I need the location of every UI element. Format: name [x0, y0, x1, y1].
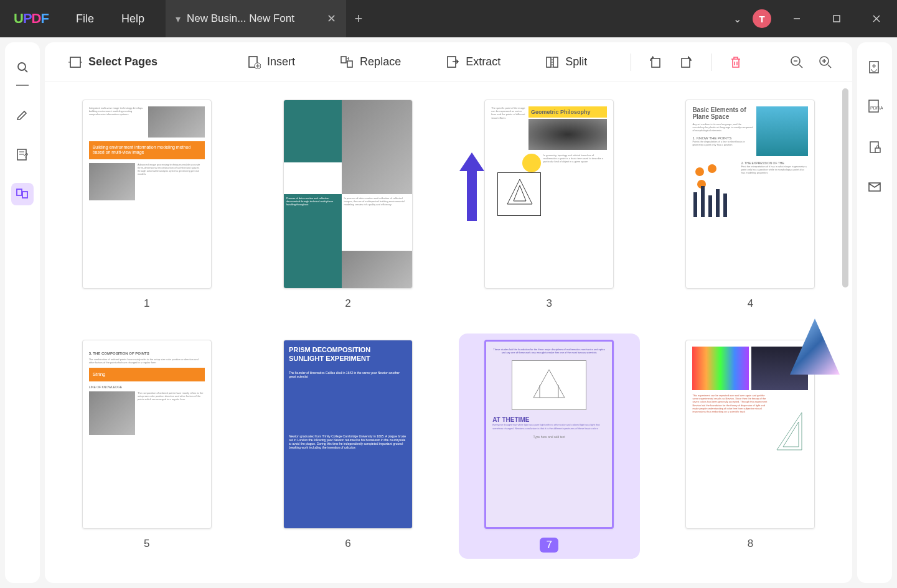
page-thumbnail[interactable]: The specific point of the image can be e… — [465, 100, 634, 310]
page-number: 3 — [546, 297, 552, 310]
tab-title: New Busin... New Font — [187, 12, 319, 25]
svg-marker-33 — [507, 179, 532, 204]
select-pages-button[interactable]: Select Pages — [60, 50, 166, 74]
svg-line-5 — [25, 70, 27, 72]
dropdown-icon[interactable]: ⌄ — [733, 13, 741, 25]
rotate-right-button[interactable] — [674, 50, 698, 75]
select-pages-label: Select Pages — [88, 55, 157, 68]
page-number: 2 — [345, 297, 350, 310]
right-sidebar: PDF/A — [857, 42, 892, 583]
svg-rect-25 — [682, 58, 690, 67]
menu-file[interactable]: File — [62, 0, 108, 37]
menu-help[interactable]: Help — [108, 0, 158, 37]
rotate-left-icon — [649, 55, 664, 70]
left-sidebar — [5, 42, 40, 583]
trash-icon — [729, 55, 743, 69]
replace-button[interactable]: Replace — [331, 50, 410, 74]
page-thumbnail-selected[interactable]: These studies laid the foundation for th… — [459, 334, 640, 559]
extract-label: Extract — [466, 55, 500, 68]
svg-marker-35 — [533, 370, 565, 398]
delete-button[interactable] — [724, 50, 748, 74]
user-avatar[interactable]: T — [753, 9, 771, 28]
new-tab-button[interactable]: + — [346, 11, 371, 27]
maximize-icon — [832, 14, 841, 23]
svg-rect-22 — [553, 57, 558, 67]
svg-rect-18 — [341, 57, 346, 63]
page-toolbar: Select Pages Insert Replace Extract — [45, 42, 852, 82]
zoom-in-icon — [819, 55, 832, 69]
page-number: 4 — [748, 297, 753, 310]
svg-rect-10 — [22, 192, 27, 198]
minimize-button[interactable] — [782, 7, 811, 30]
svg-rect-11 — [70, 57, 80, 67]
divider-icon — [16, 85, 29, 86]
page-thumbnail[interactable]: Basic Elements of Plane SpaceAny art med… — [666, 100, 835, 310]
pages-area: Integrated multi-view image technology d… — [45, 82, 852, 583]
insert-icon — [247, 55, 261, 69]
replace-icon — [340, 55, 354, 69]
svg-marker-38 — [777, 413, 802, 450]
search-icon[interactable] — [11, 56, 34, 78]
page-number: 8 — [748, 538, 753, 550]
zoom-in-button[interactable] — [814, 50, 837, 74]
split-label: Split — [565, 55, 587, 68]
replace-label: Replace — [360, 55, 401, 68]
page-thumbnail[interactable]: Integrated multi-view image technology d… — [62, 100, 231, 310]
svg-line-30 — [828, 65, 831, 68]
svg-point-4 — [18, 63, 26, 70]
pdfa-icon[interactable]: PDF/A — [863, 96, 886, 118]
svg-rect-44 — [875, 148, 880, 152]
svg-rect-1 — [834, 16, 840, 22]
page-thumbnail[interactable]: 3. THE COMPOSITION OF POINTS The combina… — [62, 340, 231, 553]
toolbar-divider — [631, 54, 631, 71]
page-thumbnail[interactable]: PRISM DECOMPOSITION SUNLIGHT EXPERIMENT … — [263, 340, 432, 553]
split-button[interactable]: Split — [537, 50, 596, 74]
main-area: Select Pages Insert Replace Extract — [45, 42, 852, 583]
svg-text:PDF/A: PDF/A — [870, 106, 883, 110]
organize-pages-icon[interactable] — [11, 183, 34, 205]
svg-rect-24 — [652, 58, 660, 67]
page-number: 1 — [144, 297, 149, 310]
document-tab[interactable]: ▾ New Busin... New Font ✕ — [166, 0, 346, 37]
zoom-out-button[interactable] — [785, 50, 809, 74]
svg-rect-19 — [347, 61, 352, 67]
edit-page-icon[interactable] — [11, 143, 34, 166]
rotate-left-button[interactable] — [644, 50, 669, 75]
svg-line-27 — [799, 65, 802, 68]
svg-marker-39 — [783, 422, 799, 447]
page-thumbnail[interactable]: Process of data creation and collection … — [263, 100, 432, 310]
close-icon — [872, 14, 881, 23]
insert-label: Insert — [267, 55, 295, 68]
zoom-out-icon — [790, 55, 804, 69]
tab-dropdown-icon[interactable]: ▾ — [176, 13, 181, 25]
page-number: 6 — [345, 538, 350, 550]
scrollbar[interactable] — [842, 88, 848, 577]
extract-button[interactable]: Extract — [437, 50, 509, 74]
scrollbar-thumb[interactable] — [842, 88, 848, 287]
toolbar-divider — [711, 54, 711, 71]
rotate-right-icon — [679, 55, 693, 70]
mail-icon[interactable] — [863, 175, 886, 198]
close-tab-icon[interactable]: ✕ — [327, 12, 336, 26]
select-pages-icon — [68, 55, 82, 69]
maximize-button[interactable] — [822, 7, 851, 30]
page-number: 7 — [540, 538, 558, 553]
svg-rect-21 — [547, 57, 551, 67]
insert-button[interactable]: Insert — [238, 50, 304, 74]
extract-icon — [446, 55, 459, 69]
svg-rect-9 — [17, 189, 22, 195]
titlebar: UPDF File Help ▾ New Busin... New Font ✕… — [0, 0, 897, 37]
page-number: 5 — [144, 538, 149, 550]
lock-icon[interactable] — [863, 136, 886, 158]
split-icon — [545, 55, 559, 69]
app-logo: UPDF — [0, 11, 62, 27]
close-window-button[interactable] — [862, 7, 891, 30]
highlighter-icon[interactable] — [11, 103, 34, 126]
convert-icon[interactable] — [863, 56, 886, 78]
minimize-icon — [792, 14, 801, 23]
